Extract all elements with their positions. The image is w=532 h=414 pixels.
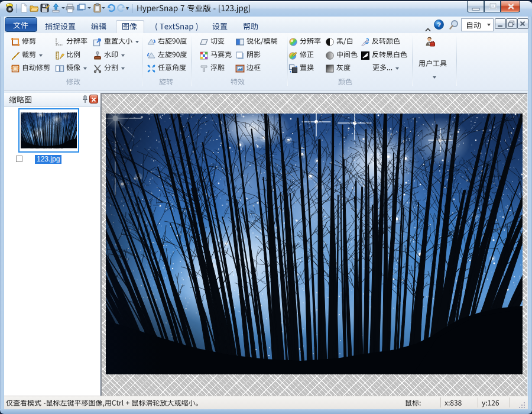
svg-text:?: ?	[437, 21, 441, 28]
